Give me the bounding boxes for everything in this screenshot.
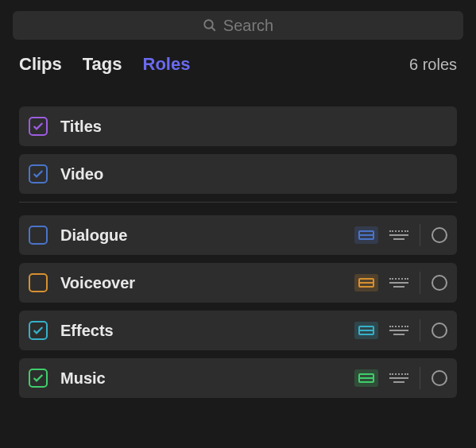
search-icon [203, 18, 217, 33]
check-icon [32, 324, 45, 337]
roles-list: Titles Video Dialogue [13, 91, 463, 398]
row-actions [354, 224, 447, 246]
action-divider [420, 224, 420, 246]
checkbox-music[interactable] [29, 369, 48, 388]
audio-lanes-icon[interactable] [389, 323, 408, 338]
action-divider [420, 272, 420, 294]
search-input[interactable]: Search [13, 11, 463, 40]
svg-line-1 [211, 27, 215, 31]
tab-clips[interactable]: Clips [19, 54, 62, 75]
clip-display-icon[interactable] [354, 226, 378, 244]
role-label: Dialogue [60, 226, 354, 245]
role-row-video[interactable]: Video [19, 154, 457, 194]
svg-point-0 [204, 20, 213, 29]
row-actions [354, 319, 447, 342]
role-label: Music [60, 369, 354, 388]
action-divider [420, 319, 420, 342]
solo-icon[interactable] [431, 370, 447, 386]
solo-icon[interactable] [431, 322, 447, 338]
role-row-voiceover[interactable]: Voiceover [19, 263, 457, 303]
role-label: Effects [60, 322, 354, 340]
search-placeholder: Search [223, 17, 273, 35]
checkbox-video[interactable] [29, 164, 48, 183]
checkbox-effects[interactable] [29, 321, 48, 340]
solo-icon[interactable] [431, 275, 447, 291]
check-icon [32, 120, 45, 133]
role-row-titles[interactable]: Titles [19, 106, 457, 146]
role-label: Video [60, 165, 447, 183]
checkbox-titles[interactable] [29, 117, 48, 136]
role-row-dialogue[interactable]: Dialogue [19, 215, 457, 255]
clip-display-icon[interactable] [354, 274, 378, 292]
tabs: Clips Tags Roles 6 roles [13, 54, 463, 91]
roles-count: 6 roles [409, 56, 457, 74]
row-actions [354, 367, 447, 389]
audio-lanes-icon[interactable] [389, 228, 408, 242]
role-label: Titles [60, 118, 447, 136]
check-icon [32, 372, 45, 384]
action-divider [420, 367, 420, 389]
role-label: Voiceover [60, 274, 354, 292]
checkbox-dialogue[interactable] [29, 226, 48, 245]
role-row-music[interactable]: Music [19, 358, 457, 398]
row-actions [354, 272, 447, 294]
checkbox-voiceover[interactable] [29, 273, 48, 292]
tab-tags[interactable]: Tags [83, 54, 122, 75]
solo-icon[interactable] [431, 227, 447, 243]
clip-display-icon[interactable] [354, 322, 378, 339]
divider [19, 202, 457, 203]
tab-roles[interactable]: Roles [143, 54, 191, 75]
check-icon [32, 168, 45, 180]
role-row-effects[interactable]: Effects [19, 311, 457, 350]
clip-display-icon[interactable] [354, 369, 378, 387]
audio-lanes-icon[interactable] [389, 371, 408, 385]
audio-lanes-icon[interactable] [389, 276, 408, 290]
